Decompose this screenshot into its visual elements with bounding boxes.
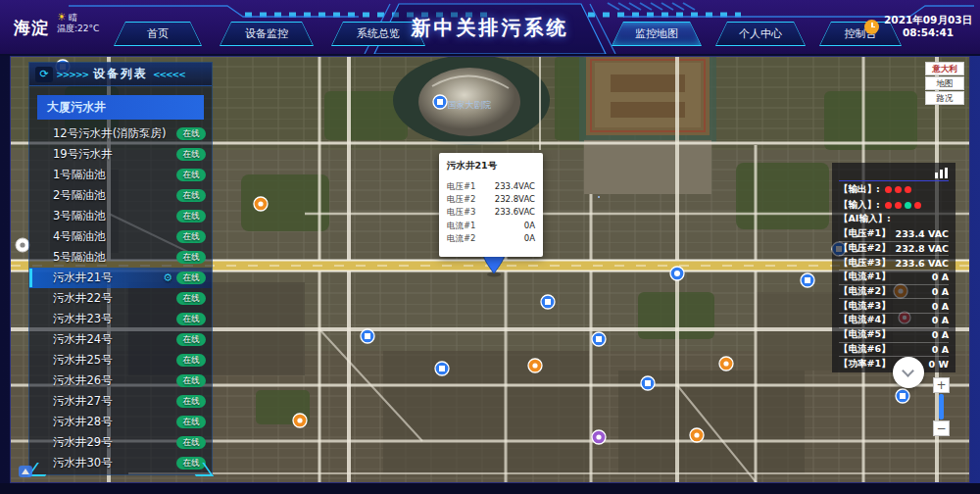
telemetry-row: 【电压#2】 232.8 VAC — [839, 241, 949, 256]
popup-row-value: 232.8VAC — [495, 193, 535, 206]
device-label: 污水井24号 — [53, 332, 176, 347]
device-list-item[interactable]: 污水井30号 ⚙ 在线 — [29, 453, 212, 473]
panel-io-rows: 【输出】:【输入】: — [839, 181, 949, 213]
popup-row-value: 0A — [524, 232, 535, 245]
clock-icon — [864, 20, 879, 34]
collapse-panel-button[interactable] — [893, 357, 924, 388]
status-badge: 在线 — [176, 374, 206, 387]
device-label: 污水井29号 — [53, 435, 176, 450]
device-label: 污水井22号 — [53, 291, 176, 306]
device-list-item[interactable]: 污水井22号 ⚙ 在线 — [29, 288, 212, 309]
telemetry-value: 233.6 VAC — [896, 258, 949, 269]
device-list-item[interactable]: 5号隔油池 ⚙ 在线 — [29, 247, 212, 268]
device-label: 2号隔油池 — [53, 188, 176, 203]
device-list-title: 设备列表 — [93, 66, 148, 82]
device-list-item[interactable]: 19号污水井 ⚙ 在线 — [29, 144, 212, 165]
map-provider-logo — [19, 466, 32, 477]
gear-icon[interactable]: ⚙ — [163, 272, 172, 284]
device-list-panel: >>>>> 设备列表 <<<<< ⟳ 大厦污水井 12号污水井(消防泵房) ⚙ … — [28, 62, 213, 475]
device-label: 污水井27号 — [53, 394, 176, 409]
io-label: 【输入】: — [839, 199, 880, 212]
device-group-header[interactable]: 大厦污水井 — [37, 95, 204, 120]
nav-personal-center-button[interactable]: 个人中心 — [715, 22, 806, 46]
zoom-out-button[interactable]: − — [933, 420, 950, 436]
device-list-item[interactable]: 污水井21号 ⚙ 在线 — [29, 268, 212, 288]
popup-row-value: 233.4VAC — [495, 180, 535, 193]
telemetry-row: 【电流#4】 0 A — [839, 313, 949, 327]
device-list-item[interactable]: 4号隔油池 ⚙ 在线 — [29, 226, 212, 247]
status-dot-red — [905, 186, 911, 193]
device-label: 污水井30号 — [53, 456, 176, 470]
telemetry-panel-header — [839, 166, 949, 181]
io-status-row: 【输出】: — [839, 181, 949, 197]
device-list-item[interactable]: 污水井28号 ⚙ 在线 — [29, 412, 212, 432]
device-list-item[interactable]: 污水井27号 ⚙ 在线 — [29, 391, 212, 412]
device-label: 19号污水井 — [53, 147, 176, 162]
popup-row: 电压#2 232.8VAC — [447, 193, 535, 206]
date-label: 2021年09月03日 — [884, 14, 972, 26]
telemetry-panel: 【输出】:【输入】: 【AI输入】: 【电压#1】 233.4 VAC 【电压#… — [832, 163, 956, 372]
device-label: 污水井28号 — [53, 415, 176, 429]
status-badge: 在线 — [176, 189, 206, 202]
bar-chart-icon[interactable] — [935, 168, 949, 178]
popup-row-label: 电压#2 — [447, 193, 476, 206]
ai-input-label: 【AI输入】: — [839, 213, 949, 226]
device-list-item[interactable]: 污水井23号 ⚙ 在线 — [29, 309, 212, 329]
bottom-bar — [0, 483, 980, 494]
device-list-item[interactable]: 污水井26号 ⚙ 在线 — [29, 370, 212, 391]
telemetry-label: 【电流#5】 — [839, 328, 891, 341]
status-dot-red — [895, 202, 902, 209]
map-poi-label: 意大利 — [925, 62, 964, 75]
device-list-item[interactable]: 2号隔油池 ⚙ 在线 — [29, 185, 212, 206]
io-label: 【输出】: — [839, 183, 880, 196]
map-container[interactable]: 国家大剧院 — [10, 56, 970, 483]
refresh-icon[interactable]: ⟳ — [35, 67, 53, 82]
popup-row: 电压#3 233.6VAC — [447, 206, 535, 219]
device-list-item[interactable]: 12号污水井(消防泵房) ⚙ 在线 — [29, 124, 212, 144]
popup-row-label: 电压#3 — [447, 206, 476, 219]
status-badge: 在线 — [176, 210, 206, 222]
telemetry-row: 【电压#3】 233.6 VAC — [839, 255, 949, 270]
telemetry-label: 【电流#4】 — [839, 314, 891, 326]
arrows-left-icon: <<<<< — [153, 70, 185, 79]
popup-row-value: 233.6VAC — [495, 206, 535, 219]
device-list-item[interactable]: 3号隔油池 ⚙ 在线 — [29, 206, 212, 226]
status-badge: 在线 — [176, 395, 206, 408]
device-list-item[interactable]: 污水井29号 ⚙ 在线 — [29, 432, 212, 453]
telemetry-value: 0 W — [929, 359, 949, 370]
device-list-item[interactable]: 污水井24号 ⚙ 在线 — [29, 329, 212, 350]
popup-row-value: 0A — [524, 220, 535, 232]
device-label: 12号污水井(消防泵房) — [53, 126, 176, 141]
map-landmark-label: 国家大剧院 — [448, 100, 492, 110]
telemetry-value: 0 A — [932, 286, 949, 297]
device-label: 污水井21号 — [53, 271, 163, 285]
telemetry-label: 【电流#6】 — [839, 343, 891, 356]
nav-monitor-map-button[interactable]: 监控地图 — [612, 22, 702, 46]
device-label: 3号隔油池 — [53, 209, 176, 223]
telemetry-row: 【电流#1】 0 A — [839, 270, 949, 284]
device-list-item[interactable]: 1号隔油池 ⚙ 在线 — [29, 165, 212, 185]
dashboard: 海淀 ☀晴 温度:22°C 首页 设备监控 系统总览 新中关排污系统 监控地图 … — [0, 0, 980, 494]
status-badge: 在线 — [176, 436, 206, 449]
zoom-slider[interactable] — [939, 394, 944, 420]
telemetry-label: 【电压#1】 — [839, 227, 891, 240]
status-dot-red — [885, 202, 892, 209]
map-layer-control: 意大利 地图 路况 — [925, 62, 964, 106]
traffic-button[interactable]: 路况 — [925, 91, 964, 105]
telemetry-row: 【电流#5】 0 A — [839, 327, 949, 342]
status-badge: 在线 — [176, 272, 206, 284]
map-type-button[interactable]: 地图 — [925, 76, 964, 90]
status-dot-green — [905, 202, 911, 209]
telemetry-value: 233.4 VAC — [896, 228, 949, 239]
status-badge: 在线 — [176, 169, 206, 181]
device-list-item[interactable]: 污水井25号 ⚙ 在线 — [29, 350, 212, 370]
map-zoom-control: + − — [933, 377, 950, 436]
status-dot-red — [914, 202, 921, 209]
arrows-right-icon: >>>>> — [56, 70, 88, 79]
zoom-in-button[interactable]: + — [933, 377, 950, 393]
telemetry-value: 0 A — [932, 329, 949, 340]
telemetry-row: 【电流#2】 0 A — [839, 284, 949, 299]
telemetry-label: 【电压#2】 — [839, 242, 891, 255]
telemetry-value: 232.8 VAC — [896, 243, 949, 254]
top-header: 海淀 ☀晴 温度:22°C 首页 设备监控 系统总览 新中关排污系统 监控地图 … — [0, 0, 980, 56]
